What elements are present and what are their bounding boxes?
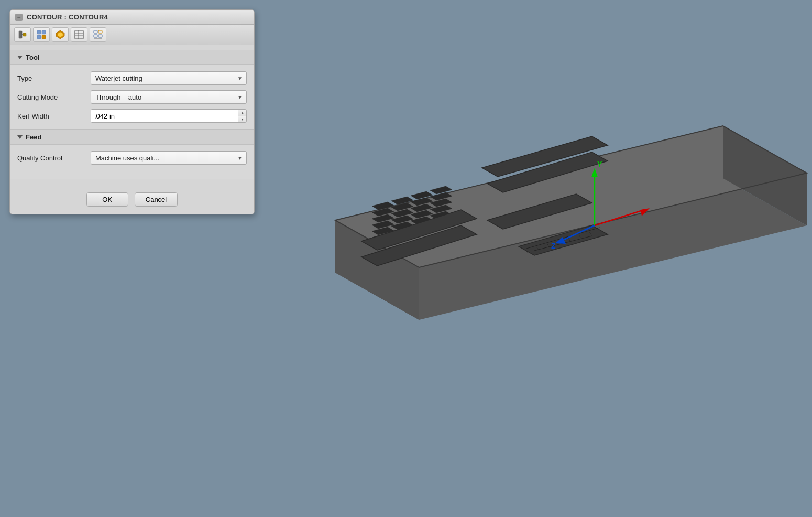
svg-rect-1 — [23, 33, 26, 36]
z-axis-label: Z — [551, 242, 556, 250]
title-bar: − CONTOUR : CONTOUR4 — [10, 10, 254, 25]
material-icon — [55, 29, 65, 40]
ok-button[interactable]: OK — [86, 192, 128, 207]
tool-section-title: Tool — [26, 53, 39, 61]
toolbar-material-btn[interactable] — [52, 27, 69, 42]
svg-rect-6 — [42, 35, 46, 39]
operation-icon — [36, 29, 47, 40]
type-select[interactable]: Waterjet cutting — [91, 71, 247, 85]
quality-control-label: Quality Control — [17, 154, 91, 162]
type-row: Type Waterjet cutting ▼ — [17, 71, 247, 85]
toolbar-tool-path-btn[interactable] — [14, 27, 31, 42]
3d-scene-svg: Y Z — [293, 0, 812, 517]
cutting-mode-row: Cutting Mode Through – auto ▼ — [17, 90, 247, 104]
dialog-content: Tool Type Waterjet cutting ▼ Cutting Mod… — [10, 45, 254, 185]
svg-rect-14 — [98, 30, 102, 33]
cutting-mode-control: Through – auto ▼ — [91, 90, 247, 104]
kerf-width-decrement-btn[interactable]: ▾ — [238, 116, 246, 123]
feed-section-title: Feed — [26, 133, 41, 141]
quality-control-select[interactable]: Machine uses quali... — [91, 151, 247, 165]
tool-form-section: Type Waterjet cutting ▼ Cutting Mode Thr… — [10, 65, 254, 129]
feed-section-header[interactable]: Feed — [10, 130, 254, 145]
info-icon — [74, 29, 84, 40]
kerf-width-input[interactable] — [91, 110, 238, 122]
svg-rect-3 — [37, 30, 41, 34]
kerf-width-label: Kerf Width — [17, 112, 91, 120]
kerf-width-spinner: ▴ ▾ — [91, 109, 247, 123]
quality-control-row: Quality Control Machine uses quali... ▼ — [17, 151, 247, 165]
dialog-title: CONTOUR : CONTOUR4 — [27, 13, 108, 21]
cutting-mode-label: Cutting Mode — [17, 93, 91, 101]
svg-rect-4 — [42, 30, 46, 34]
kerf-width-control: ▴ ▾ — [91, 109, 247, 123]
svg-rect-16 — [98, 35, 102, 37]
svg-rect-13 — [94, 30, 97, 33]
toolbar-info-btn[interactable] — [71, 27, 87, 42]
toolbar-operation-btn[interactable] — [33, 27, 50, 42]
cancel-button[interactable]: Cancel — [135, 192, 178, 207]
viewport-canvas: Y Z — [293, 0, 812, 517]
tool-section-triangle — [17, 56, 23, 59]
bottom-padding — [10, 171, 254, 179]
settings-icon — [93, 29, 103, 40]
toolbar-settings-btn[interactable] — [90, 27, 106, 42]
tool-section-header[interactable]: Tool — [10, 50, 254, 65]
feed-form-section: Quality Control Machine uses quali... ▼ — [10, 145, 254, 171]
svg-rect-9 — [75, 30, 83, 39]
toolbar — [10, 25, 254, 45]
viewport: Y Z — [293, 0, 812, 517]
cutting-mode-select[interactable]: Through – auto — [91, 90, 247, 104]
svg-rect-15 — [94, 35, 97, 37]
dialog-buttons: OK Cancel — [10, 185, 254, 214]
spinner-buttons: ▴ ▾ — [238, 110, 246, 122]
type-control: Waterjet cutting ▼ — [91, 71, 247, 85]
kerf-width-increment-btn[interactable]: ▴ — [238, 110, 246, 116]
dialog-panel: − CONTOUR : CONTOUR4 — [9, 9, 255, 214]
svg-rect-5 — [37, 35, 41, 39]
quality-control-control: Machine uses quali... ▼ — [91, 151, 247, 165]
svg-rect-0 — [19, 31, 22, 38]
tool-path-icon — [17, 29, 28, 40]
type-label: Type — [17, 74, 91, 82]
y-axis-label: Y — [597, 160, 602, 168]
title-bar-icon: − — [15, 14, 23, 21]
feed-section-triangle — [17, 135, 23, 139]
kerf-width-row: Kerf Width ▴ ▾ — [17, 109, 247, 123]
